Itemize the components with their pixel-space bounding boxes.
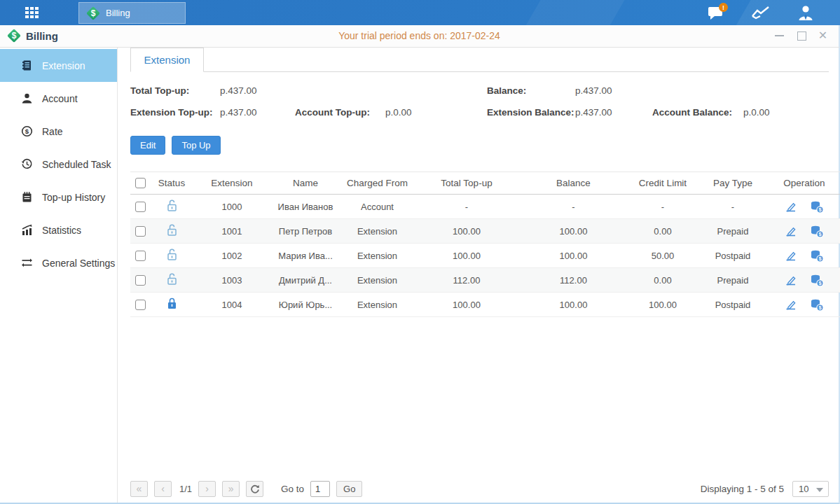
tab-bar: Extension — [130, 48, 829, 72]
cell-name: Юрий Юрь... — [270, 300, 340, 310]
edit-row-button[interactable] — [785, 225, 797, 237]
chevron-down-icon — [816, 488, 823, 492]
row-checkbox[interactable] — [135, 275, 146, 286]
sidebar-item-rate[interactable]: $ Rate — [0, 115, 117, 148]
maximize-icon[interactable] — [795, 29, 807, 41]
row-checkbox[interactable] — [135, 226, 146, 237]
sidebar-item-account[interactable]: Account — [0, 82, 117, 115]
table-row: 1000Иван ИвановAccount----$ — [130, 195, 840, 219]
user-account-icon[interactable] — [792, 2, 819, 23]
row-checkbox[interactable] — [135, 251, 146, 261]
col-balance: Balance — [519, 178, 628, 188]
resource-monitor-icon[interactable] — [748, 2, 774, 23]
cell-credit-limit: 100.00 — [628, 300, 698, 310]
edit-row-button[interactable] — [785, 200, 797, 213]
lock-closed-icon — [166, 297, 178, 310]
edit-row-button[interactable] — [785, 249, 797, 262]
coins-dollar-icon: $ — [810, 249, 824, 262]
col-extension: Extension — [193, 178, 270, 188]
cell-total-topup: 100.00 — [414, 226, 519, 237]
cell-total-topup: 100.00 — [414, 251, 519, 261]
table-row: 1004Юрий Юрь...Extension100.00100.00100.… — [130, 293, 840, 317]
top-up-row-button[interactable]: $ — [810, 225, 824, 238]
refresh-icon[interactable] — [246, 481, 263, 497]
cell-charged-from: Extension — [340, 300, 414, 310]
apps-grid-icon[interactable] — [25, 7, 49, 18]
cell-charged-from: Extension — [340, 251, 414, 261]
close-icon[interactable]: ✕ — [817, 29, 829, 41]
account-topup-label: Account Top-up: — [295, 107, 370, 118]
pencil-icon — [785, 298, 797, 311]
notebook-icon — [21, 191, 33, 203]
cell-charged-from: Account — [340, 202, 414, 212]
extension-balance-label: Extension Balance: — [487, 107, 574, 118]
row-checkbox[interactable] — [135, 300, 146, 310]
cell-balance: 112.00 — [519, 275, 628, 286]
prev-page-button[interactable]: ‹ — [154, 481, 172, 497]
cell-pay-type: Prepaid — [698, 226, 768, 237]
sidebar-item-scheduled-task[interactable]: Scheduled Task — [0, 148, 117, 181]
coins-dollar-icon: $ — [810, 298, 824, 312]
coins-dollar-icon: $ — [810, 200, 824, 214]
lock-open-icon — [166, 199, 178, 212]
cell-charged-from: Extension — [340, 275, 414, 286]
last-page-button[interactable]: » — [222, 481, 240, 497]
cell-extension: 1001 — [193, 226, 270, 237]
select-all-checkbox[interactable] — [135, 178, 146, 188]
extensions-table: Status Extension Name Charged From Total… — [130, 172, 840, 317]
col-charged-from: Charged From — [340, 178, 414, 188]
account-balance-label: Account Balance: — [652, 107, 732, 118]
sidebar-item-statistics[interactable]: Statistics — [0, 214, 117, 246]
cell-pay-type: Prepaid — [698, 275, 768, 286]
row-checkbox[interactable] — [135, 202, 146, 212]
cell-credit-limit: 0.00 — [628, 226, 698, 237]
goto-page-input[interactable] — [310, 481, 330, 497]
edit-row-button[interactable] — [785, 298, 797, 311]
next-page-button[interactable]: › — [198, 481, 216, 497]
page-size-select[interactable]: 10 — [792, 481, 829, 497]
sidebar-item-label: Statistics — [42, 225, 81, 236]
pagination-bar: « ‹ 1/1 › » Go to Go Displaying 1 - 5 of… — [130, 479, 829, 498]
taskbar-app-tab-label: Billing — [106, 8, 130, 18]
sidebar-item-topup-history[interactable]: Top-up History — [0, 181, 117, 214]
minimize-icon[interactable] — [773, 29, 785, 41]
status-lock — [150, 297, 193, 312]
balance-label: Balance: — [487, 85, 526, 96]
total-topup-value: p.437.00 — [220, 85, 257, 96]
sidebar-item-extension[interactable]: Extension — [0, 49, 117, 82]
table-row: 1002Мария Ива...Extension100.00100.0050.… — [130, 244, 840, 268]
top-up-row-button[interactable]: $ — [810, 298, 824, 312]
sidebar-item-general-settings[interactable]: General Settings — [0, 246, 117, 279]
cell-operation: $ — [768, 200, 840, 214]
bar-chart-icon — [21, 224, 33, 236]
cell-pay-type: - — [698, 202, 768, 212]
tab-extension[interactable]: Extension — [130, 48, 204, 72]
cell-pay-type: Postpaid — [698, 251, 768, 261]
col-name: Name — [270, 178, 340, 188]
top-up-row-button[interactable]: $ — [810, 200, 824, 214]
edit-button[interactable]: Edit — [130, 136, 165, 155]
cell-balance: 100.00 — [519, 226, 628, 237]
top-up-button[interactable]: Top Up — [172, 136, 220, 155]
top-up-row-button[interactable]: $ — [810, 249, 824, 262]
pencil-icon — [785, 249, 797, 262]
taskbar-app-tab-billing[interactable]: $ Billing — [78, 2, 186, 24]
table-header-row: Status Extension Name Charged From Total… — [130, 172, 840, 195]
edit-row-button[interactable] — [785, 274, 797, 286]
cell-total-topup: 100.00 — [414, 300, 519, 310]
cell-operation: $ — [768, 249, 840, 262]
top-up-row-button[interactable]: $ — [810, 274, 824, 287]
pencil-icon — [785, 274, 797, 286]
account-topup-value: p.0.00 — [385, 107, 412, 118]
cell-extension: 1000 — [193, 202, 270, 212]
cell-pay-type: Postpaid — [698, 300, 768, 310]
go-button[interactable]: Go — [336, 481, 362, 497]
col-total-topup: Total Top-up — [414, 178, 519, 188]
messages-icon[interactable]: ! — [703, 2, 729, 23]
cell-total-topup: 112.00 — [414, 275, 519, 286]
status-lock — [150, 199, 193, 214]
extension-topup-label: Extension Top-up: — [130, 107, 213, 118]
total-topup-label: Total Top-up: — [130, 85, 189, 96]
first-page-button[interactable]: « — [130, 481, 148, 497]
cell-balance: - — [519, 202, 628, 212]
